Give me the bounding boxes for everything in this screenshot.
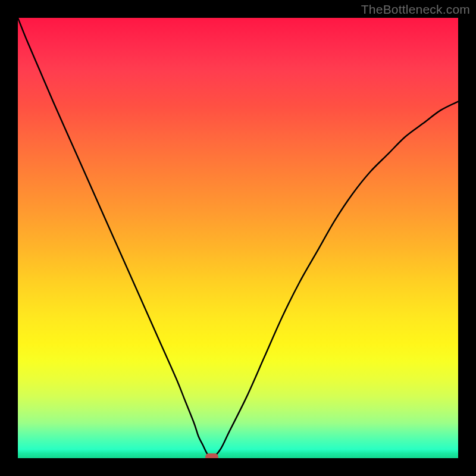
chart-frame: TheBottleneck.com — [0, 0, 476, 476]
bottleneck-curve — [18, 18, 458, 458]
min-point-marker — [205, 453, 218, 458]
watermark-text: TheBottleneck.com — [361, 2, 470, 17]
plot-area — [18, 18, 458, 458]
